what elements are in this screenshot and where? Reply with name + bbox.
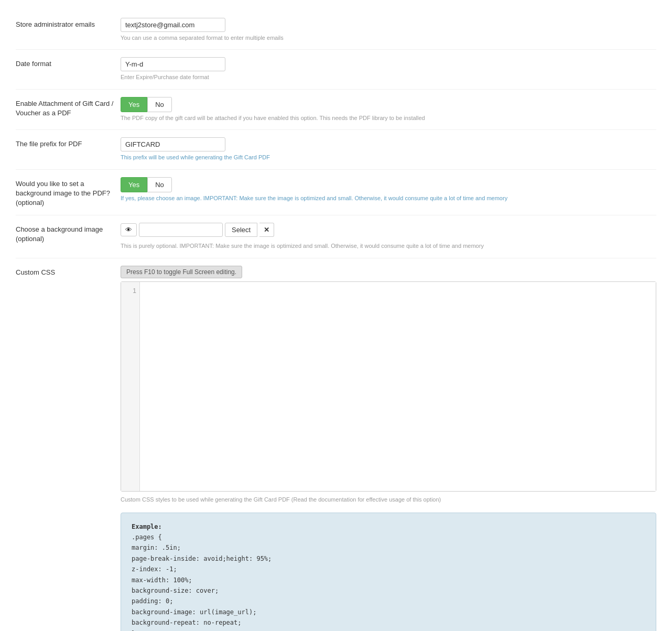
css-textarea[interactable] <box>140 282 656 492</box>
bg-image-toggle-label: Would you like to set a background image… <box>16 177 121 208</box>
css-example-line: background-repeat: no-repeat; <box>132 617 645 628</box>
enable-attachment-yes-btn[interactable]: Yes <box>121 97 147 112</box>
css-example-line: padding: 0; <box>132 596 645 606</box>
css-example-line: max-width: 100%; <box>132 575 645 585</box>
bg-image-yes-btn[interactable]: Yes <box>121 177 147 192</box>
bg-image-toggle-help: If yes, please choose an image. IMPORTAN… <box>121 194 656 202</box>
enable-attachment-btn-group: Yes No <box>121 97 656 112</box>
bg-file-input[interactable] <box>139 223 223 237</box>
choose-bg-help: This is purely optional. IMPORTANT: Make… <box>121 242 656 250</box>
css-example-line: } <box>132 628 645 631</box>
store-admin-emails-row: Store administrator emails You can use a… <box>16 10 656 50</box>
enable-attachment-content: Yes No The PDF copy of the gift card wil… <box>121 97 656 122</box>
css-example-line: .pages { <box>132 532 645 542</box>
date-format-help: Enter Expire/Purchase date format <box>121 73 656 81</box>
file-prefix-row: The file prefix for PDF This prefix will… <box>16 130 656 169</box>
bg-image-toggle-btn-group: Yes No <box>121 177 656 192</box>
line-number-1: 1 <box>124 286 136 296</box>
css-example-line: background-image: url(image_url); <box>132 607 645 617</box>
css-example-label: Example: <box>132 521 645 532</box>
bg-image-toggle-row: Would you like to set a background image… <box>16 170 656 216</box>
enable-attachment-help: The PDF copy of the gift card will be at… <box>121 114 656 122</box>
store-admin-emails-input[interactable] <box>121 18 225 32</box>
css-example-line: z-index: -1; <box>132 564 645 574</box>
css-example-line: page-break-inside: avoid;height: 95%; <box>132 553 645 564</box>
css-example-lines: .pages {margin: .5in;page-break-inside: … <box>132 532 645 631</box>
file-prefix-help: This prefix will be used while generatin… <box>121 154 656 161</box>
file-prefix-label: The file prefix for PDF <box>16 137 121 149</box>
code-editor: 1 <box>121 281 656 492</box>
enable-attachment-label: Enable Attachment of Gift Card / Voucher… <box>16 97 121 118</box>
line-numbers: 1 <box>121 282 140 492</box>
date-format-input[interactable] <box>121 57 225 71</box>
preview-icon-btn[interactable]: 👁 <box>121 223 137 236</box>
file-prefix-content: This prefix will be used while generatin… <box>121 137 656 161</box>
date-format-row: Date format Enter Expire/Purchase date f… <box>16 50 656 89</box>
store-admin-emails-content: You can use a comma separated format to … <box>121 18 656 42</box>
css-example-box: Example: .pages {margin: .5in;page-break… <box>121 513 656 631</box>
choose-bg-input-group: 👁 Select ✕ <box>121 223 656 237</box>
css-example-line: background-size: cover; <box>132 585 645 596</box>
eye-icon: 👁 <box>125 226 132 234</box>
bg-image-toggle-content: Yes No If yes, please choose an image. I… <box>121 177 656 202</box>
choose-bg-row: Choose a background image (optional) 👁 S… <box>16 215 656 258</box>
custom-css-content: Press F10 to toggle Full Screen editing.… <box>121 266 656 631</box>
custom-css-row: Custom CSS Press F10 to toggle Full Scre… <box>16 258 656 631</box>
enable-attachment-no-btn[interactable]: No <box>147 97 172 112</box>
enable-attachment-row: Enable Attachment of Gift Card / Voucher… <box>16 90 656 130</box>
file-prefix-input[interactable] <box>121 137 225 151</box>
select-btn[interactable]: Select <box>225 223 257 237</box>
css-example-line: margin: .5in; <box>132 542 645 553</box>
store-admin-emails-help: You can use a comma separated format to … <box>121 34 656 42</box>
date-format-content: Enter Expire/Purchase date format <box>121 57 656 81</box>
fullscreen-btn[interactable]: Press F10 to toggle Full Screen editing. <box>121 266 242 278</box>
custom-css-label: Custom CSS <box>16 266 121 277</box>
date-format-label: Date format <box>16 57 121 69</box>
bg-image-no-btn[interactable]: No <box>147 177 172 192</box>
clear-btn[interactable]: ✕ <box>259 223 274 237</box>
store-admin-emails-label: Store administrator emails <box>16 18 121 29</box>
choose-bg-label: Choose a background image (optional) <box>16 223 121 244</box>
custom-css-help: Custom CSS styles to be used while gener… <box>121 496 656 504</box>
choose-bg-content: 👁 Select ✕ This is purely optional. IMPO… <box>121 223 656 250</box>
